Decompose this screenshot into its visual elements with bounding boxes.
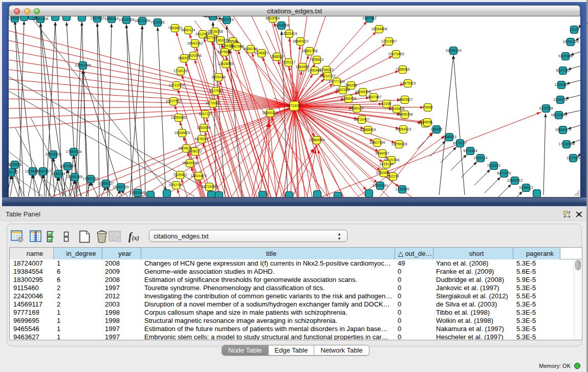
svg-text:19166825: 19166825 — [174, 131, 190, 135]
svg-text:7515536: 7515536 — [150, 20, 164, 24]
svg-text:164095: 164095 — [430, 127, 442, 131]
svg-text:16961758: 16961758 — [301, 49, 317, 53]
svg-text:19756928: 19756928 — [391, 142, 407, 146]
svg-text:8427552: 8427552 — [209, 89, 223, 93]
svg-text:10688609: 10688609 — [360, 128, 376, 132]
svg-text:17957253: 17957253 — [82, 177, 98, 181]
svg-text:15720407: 15720407 — [354, 118, 369, 121]
svg-text:9227342: 9227342 — [556, 69, 570, 72]
svg-text:1588520: 1588520 — [270, 55, 284, 58]
svg-text:6794022: 6794022 — [319, 68, 333, 72]
svg-text:9329366: 9329366 — [558, 54, 572, 58]
svg-text:1353594: 1353594 — [197, 126, 210, 129]
svg-text:18724007: 18724007 — [286, 104, 302, 107]
svg-text:10654112: 10654112 — [507, 179, 523, 182]
svg-text:10025438: 10025438 — [388, 107, 404, 111]
svg-text:2967608: 2967608 — [230, 45, 244, 48]
svg-text:12323448: 12323448 — [129, 191, 145, 194]
svg-text:7632621: 7632621 — [487, 164, 500, 167]
svg-text:1835061: 1835061 — [9, 163, 22, 166]
svg-text:16648764: 16648764 — [445, 49, 461, 52]
svg-text:5498222: 5498222 — [188, 149, 202, 153]
svg-text:16782759: 16782759 — [113, 185, 128, 189]
svg-text:8660124: 8660124 — [181, 28, 195, 32]
svg-text:17359934: 17359934 — [66, 150, 81, 154]
svg-text:8146328: 8146328 — [213, 38, 227, 42]
svg-text:10973493: 10973493 — [388, 52, 404, 56]
svg-text:8938923: 8938923 — [442, 135, 456, 139]
svg-text:12325419: 12325419 — [281, 32, 297, 35]
svg-text:16154808: 16154808 — [371, 27, 387, 31]
svg-text:10507487: 10507487 — [365, 95, 381, 99]
svg-text:7955812: 7955812 — [310, 58, 323, 61]
svg-text:938901: 938901 — [178, 56, 190, 60]
svg-text:15751024: 15751024 — [562, 40, 578, 43]
svg-text:20364436: 20364436 — [340, 97, 356, 100]
svg-text:6966160: 6966160 — [104, 17, 118, 20]
svg-text:15495798: 15495798 — [397, 113, 412, 116]
svg-text:89695: 89695 — [422, 120, 432, 124]
svg-text:15692971: 15692971 — [555, 128, 571, 132]
svg-text:13716485: 13716485 — [201, 185, 217, 188]
svg-text:13975115: 13975115 — [400, 81, 416, 85]
svg-text:746266: 746266 — [345, 83, 357, 87]
svg-text:5875685: 5875685 — [217, 50, 231, 54]
svg-text:14236141: 14236141 — [372, 184, 388, 187]
svg-text:10107552: 10107552 — [165, 99, 181, 103]
svg-text:2939153: 2939153 — [9, 170, 18, 174]
svg-text:14914479: 14914479 — [190, 174, 206, 178]
svg-text:19218506: 19218506 — [273, 24, 289, 27]
svg-text:1527602: 1527602 — [90, 16, 104, 20]
svg-text:8220117: 8220117 — [282, 60, 296, 64]
svg-text:12213369: 12213369 — [168, 83, 184, 87]
svg-text:8454749: 8454749 — [244, 47, 257, 51]
svg-text:12942757: 12942757 — [35, 169, 51, 173]
svg-text:1209387: 1209387 — [554, 83, 568, 86]
svg-text:9474444: 9474444 — [463, 149, 477, 152]
svg-text:9684067: 9684067 — [375, 151, 389, 155]
svg-text:16210722: 16210722 — [319, 74, 335, 78]
svg-text:23051185: 23051185 — [67, 175, 83, 179]
svg-text:16543362: 16543362 — [187, 41, 203, 45]
svg-text:62160: 62160 — [381, 102, 391, 105]
svg-text:6497508: 6497508 — [336, 88, 350, 92]
svg-text:18245354: 18245354 — [355, 90, 371, 94]
svg-text:7857224: 7857224 — [220, 18, 233, 21]
svg-text:7663822: 7663822 — [168, 26, 182, 30]
svg-text:2687682: 2687682 — [362, 16, 376, 20]
svg-text:20691406: 20691406 — [32, 17, 48, 20]
svg-text:16409948: 16409948 — [182, 161, 198, 165]
svg-text:17016504: 17016504 — [558, 142, 574, 146]
svg-text:1733426: 1733426 — [395, 187, 409, 191]
svg-text:20206526: 20206526 — [45, 152, 61, 156]
svg-text:19654923: 19654923 — [395, 127, 411, 131]
svg-text:25300215: 25300215 — [262, 111, 278, 115]
svg-text:16210643: 16210643 — [551, 113, 567, 117]
svg-text:9146821: 9146821 — [254, 51, 268, 55]
svg-text:12428455: 12428455 — [217, 62, 233, 65]
svg-text:6479197: 6479197 — [453, 141, 467, 145]
svg-text:75460: 75460 — [423, 105, 433, 109]
svg-text:2718126: 2718126 — [173, 69, 187, 73]
svg-text:22975867: 22975867 — [59, 164, 75, 168]
svg-text:8813054: 8813054 — [266, 16, 279, 20]
svg-text:25226058: 25226058 — [207, 30, 223, 33]
svg-text:1244415: 1244415 — [553, 98, 567, 101]
svg-text:16671355: 16671355 — [134, 19, 150, 23]
svg-text:1405572: 1405572 — [9, 16, 22, 20]
svg-text:7485063: 7485063 — [396, 68, 409, 71]
svg-text:3267110: 3267110 — [199, 112, 212, 116]
svg-text:11123: 11123 — [570, 28, 579, 31]
svg-text:19463627: 19463627 — [397, 98, 412, 101]
svg-text:2803144: 2803144 — [211, 75, 225, 79]
svg-text:10033809: 10033809 — [205, 16, 221, 18]
svg-text:1145194: 1145194 — [52, 172, 66, 176]
svg-text:7886322: 7886322 — [350, 106, 363, 110]
svg-text:1167533: 1167533 — [567, 156, 580, 160]
svg-text:9245612: 9245612 — [519, 186, 533, 189]
svg-text:23053346: 23053346 — [75, 63, 91, 67]
svg-text:3215958: 3215958 — [539, 106, 553, 110]
svg-text:19054985: 19054985 — [170, 116, 186, 119]
svg-text:18807299: 18807299 — [369, 141, 385, 144]
svg-text:19777109: 19777109 — [329, 80, 344, 83]
